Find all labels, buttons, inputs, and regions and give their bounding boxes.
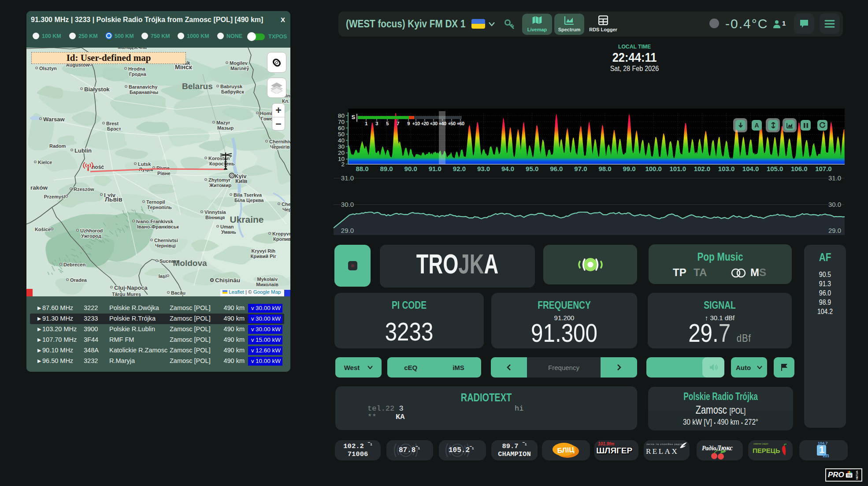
svg-text:Debrecen: Debrecen	[63, 262, 85, 267]
svg-text:Babruysk: Babruysk	[220, 84, 243, 89]
svg-text:Вінниця: Вінниця	[205, 215, 225, 220]
svg-text:БЛІЦ: БЛІЦ	[557, 446, 575, 455]
svg-text:Мазыр: Мазыр	[217, 125, 234, 131]
svg-text:Chernihiv: Chernihiv	[269, 139, 290, 144]
svg-text:Брэст: Брэст	[107, 126, 122, 131]
svg-text:Baranavichy: Baranavichy	[129, 84, 158, 90]
svg-text:Iași: Iași	[159, 273, 167, 279]
svg-text:Cluj-Napoca: Cluj-Napoca	[114, 284, 148, 291]
svg-text:Kryvyi Rih: Kryvyi Rih	[252, 248, 276, 254]
svg-text:Radom: Radom	[49, 143, 66, 149]
svg-text:Korosten': Korosten'	[208, 156, 231, 161]
svg-text:Гродна: Гродна	[129, 71, 147, 77]
svg-text:Lutsk: Lutsk	[138, 161, 151, 167]
svg-text:Rzeszów: Rzeszów	[74, 187, 94, 192]
svg-text:Cherkasy: Cherkasy	[282, 202, 290, 207]
svg-text:29.0: 29.0	[828, 227, 841, 234]
svg-text:Кривий Ріг: Кривий Ріг	[250, 254, 276, 259]
svg-text:29.0: 29.0	[341, 227, 354, 234]
svg-text:Чернівці: Чернівці	[155, 243, 176, 248]
svg-text:Kielce: Kielce	[38, 160, 52, 165]
svg-text:Mogilev: Mogilev	[230, 60, 248, 66]
svg-text:Mazyr: Mazyr	[216, 120, 230, 125]
svg-text:Warsaw: Warsaw	[43, 116, 65, 123]
svg-text:Маладзечна: Маладзечна	[118, 48, 147, 50]
svg-text:Бабруйск: Бабруйск	[221, 89, 244, 94]
svg-text:Białystok: Białystok	[84, 86, 110, 93]
svg-text:Uzhhorod: Uzhhorod	[80, 228, 103, 233]
svg-text:Kropyvnyts: Kropyvnyts	[272, 231, 290, 236]
svg-text:Чернігів: Чернігів	[270, 144, 290, 150]
svg-text:Bila Tserkva: Bila Tserkva	[234, 192, 262, 198]
svg-text:Київ: Київ	[235, 178, 248, 184]
svg-text:Ternopil: Ternopil	[146, 199, 165, 205]
svg-text:Ivano-Frankivsk: Ivano-Frankivsk	[136, 219, 174, 224]
svg-text:Belarus: Belarus	[182, 82, 213, 91]
svg-text:Mykolaiv: Mykolaiv	[257, 277, 278, 282]
svg-text:Hrodna: Hrodna	[128, 66, 145, 71]
svg-text:Ужгород: Ужгород	[81, 233, 101, 239]
svg-text:Івано-Франківськ: Івано-Франківськ	[137, 224, 179, 229]
svg-text:Târgu Mureș: Târgu Mureș	[112, 292, 141, 296]
svg-text:Vinnytsia: Vinnytsia	[204, 209, 226, 215]
svg-text:Тернопіль: Тернопіль	[147, 205, 172, 210]
svg-text:Миколаїв: Миколаїв	[256, 282, 278, 287]
svg-text:ność: ność	[92, 164, 104, 170]
svg-text:Умань: Умань	[221, 229, 236, 235]
svg-text:Біла Церква: Біла Церква	[234, 198, 264, 203]
svg-text:Баранавічы: Баранавічы	[130, 90, 158, 95]
svg-text:Brest: Brest	[106, 121, 119, 126]
svg-text:Коростень: Коростень	[209, 161, 235, 166]
svg-text:raków: raków	[30, 184, 48, 191]
svg-text:Uman: Uman	[220, 224, 234, 229]
svg-text:30.0: 30.0	[828, 201, 841, 208]
svg-text:Черкаси: Черкаси	[282, 207, 290, 212]
svg-text:Košice: Košice	[35, 227, 51, 232]
svg-text:Lublin: Lublin	[74, 147, 92, 154]
svg-text:Przemyśl: Przemyśl	[44, 194, 65, 199]
svg-text:Житомир: Житомир	[209, 183, 231, 188]
svg-text:Chernivtsi: Chernivtsi	[154, 238, 178, 243]
svg-text:Магілёў: Магілёў	[230, 66, 249, 71]
svg-text:Chișinău: Chișinău	[215, 277, 240, 284]
svg-text:Кл.: Кл.	[282, 98, 289, 104]
svg-text:Bacău: Bacău	[171, 290, 185, 295]
svg-text:Oradea: Oradea	[70, 277, 87, 283]
svg-text:Кропивн: Кропивн	[273, 236, 290, 242]
svg-text:Zhytomyr: Zhytomyr	[208, 177, 231, 183]
svg-text:Ukraine: Ukraine	[230, 214, 263, 224]
svg-text:Рівне: Рівне	[157, 171, 171, 176]
svg-text:Olsztyn: Olsztyn	[39, 66, 57, 71]
svg-text:Moldova: Moldova	[173, 258, 207, 268]
svg-text:30.0: 30.0	[341, 201, 354, 208]
svg-text:Львів: Львів	[105, 196, 122, 203]
svg-text:Мінск: Мінск	[175, 64, 193, 71]
svg-text:TV: TV	[847, 474, 851, 478]
svg-text:Rivne: Rivne	[156, 165, 170, 171]
